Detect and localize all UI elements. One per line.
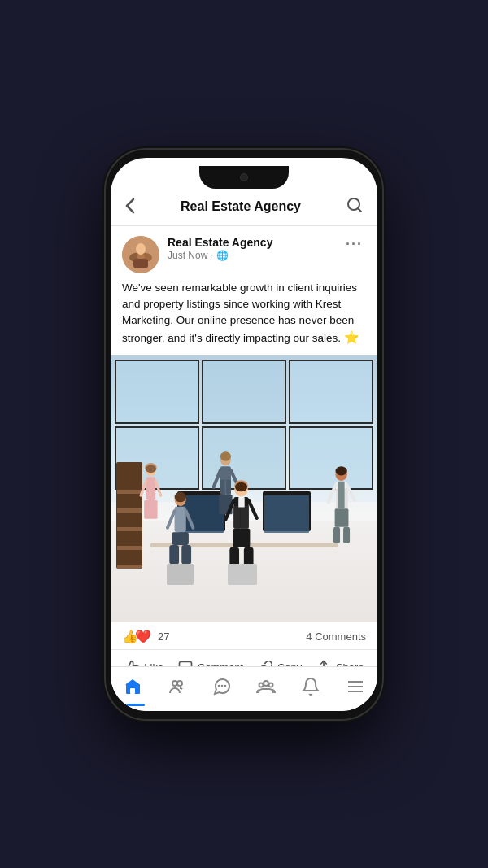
top-nav: Real Estate Agency: [111, 189, 377, 226]
camera: [240, 173, 248, 181]
reaction-icons: 👍 ❤️: [122, 629, 151, 644]
comments-count[interactable]: 4 Comments: [306, 630, 366, 643]
share-button[interactable]: Share: [309, 655, 371, 666]
svg-line-27: [213, 470, 220, 486]
svg-point-58: [259, 683, 264, 687]
svg-rect-47: [334, 509, 348, 527]
svg-line-38: [225, 501, 233, 520]
globe-icon: 🌐: [216, 250, 229, 261]
copy-button[interactable]: Copy: [251, 655, 308, 666]
messenger-icon: [212, 677, 232, 696]
svg-line-20: [185, 512, 193, 528]
post-dot: ·: [211, 251, 213, 260]
notch: [199, 166, 289, 189]
svg-point-13: [146, 465, 156, 473]
back-button[interactable]: [125, 198, 135, 216]
search-button[interactable]: [346, 197, 363, 217]
post-image: [111, 355, 377, 622]
heart-reaction-icon: ❤️: [135, 629, 151, 644]
post-meta: Real Estate Agency Just Now · 🌐: [168, 236, 334, 261]
reactions-left: 👍 ❤️ 27: [122, 629, 169, 644]
svg-point-41: [235, 482, 247, 492]
svg-rect-16: [172, 533, 188, 546]
svg-line-11: [155, 481, 161, 495]
bottom-nav-home[interactable]: [115, 674, 150, 700]
like-button[interactable]: Like: [117, 655, 170, 666]
reactions-row: 👍 ❤️ 27 4 Comments: [111, 622, 377, 650]
svg-rect-15: [174, 507, 185, 532]
svg-rect-46: [338, 482, 344, 509]
bottom-nav-groups[interactable]: [248, 674, 284, 700]
svg-rect-48: [333, 527, 340, 543]
groups-icon: [256, 677, 276, 696]
svg-rect-33: [240, 506, 248, 529]
bottom-nav: [111, 666, 377, 711]
post-header: Real Estate Agency Just Now · 🌐 ···: [111, 226, 377, 280]
svg-rect-35: [233, 529, 250, 547]
action-bar: Like Comment Copy: [111, 650, 377, 666]
post-time: Just Now: [168, 250, 207, 261]
like-icon: [124, 660, 140, 666]
svg-rect-9: [144, 500, 157, 519]
svg-rect-32: [233, 506, 240, 529]
svg-rect-17: [169, 545, 179, 565]
svg-point-56: [177, 681, 182, 686]
svg-point-52: [335, 467, 346, 476]
more-options-button[interactable]: ···: [342, 236, 366, 253]
office-scene: [111, 355, 377, 622]
page-title: Real Estate Agency: [181, 199, 301, 214]
phone-screen: Real Estate Agency: [111, 158, 377, 711]
svg-rect-54: [130, 688, 135, 694]
comment-icon: [177, 660, 194, 666]
bottom-nav-notifications[interactable]: [293, 674, 329, 700]
svg-line-50: [328, 486, 335, 503]
post-author: Real Estate Agency: [168, 236, 334, 249]
svg-line-19: [168, 512, 175, 528]
share-icon: [316, 660, 332, 666]
comment-button[interactable]: Comment: [171, 655, 250, 666]
svg-rect-34: [238, 497, 245, 508]
bottom-nav-messenger[interactable]: [204, 674, 240, 700]
svg-rect-18: [181, 545, 191, 565]
svg-point-59: [269, 683, 273, 687]
svg-line-39: [248, 501, 256, 519]
svg-line-51: [347, 486, 355, 500]
home-active-indicator: [120, 704, 145, 706]
svg-point-21: [174, 492, 185, 503]
post-emoji: ⭐: [344, 330, 359, 344]
bottom-nav-friends[interactable]: [159, 674, 195, 700]
phone-frame: Real Estate Agency: [106, 150, 382, 719]
copy-icon: [257, 660, 273, 666]
bottom-nav-menu[interactable]: [338, 674, 373, 700]
avatar: [122, 236, 159, 273]
reaction-count: 27: [158, 630, 169, 643]
svg-point-5: [136, 243, 146, 255]
screen-content: Real Estate Agency: [111, 189, 377, 711]
menu-icon: [346, 677, 365, 696]
svg-rect-6: [133, 259, 148, 268]
main-scroll[interactable]: Real Estate Agency Just Now · 🌐 ··· We'v…: [111, 226, 377, 666]
notifications-icon: [301, 677, 320, 696]
svg-line-10: [141, 481, 146, 495]
friends-icon: [168, 677, 187, 696]
post-time-row: Just Now · 🌐: [168, 250, 334, 261]
post-text: We've seen remarkable growth in client i…: [111, 280, 377, 355]
svg-point-57: [264, 681, 268, 686]
home-icon: [123, 677, 142, 696]
svg-rect-49: [343, 527, 350, 543]
svg-rect-8: [146, 477, 155, 500]
